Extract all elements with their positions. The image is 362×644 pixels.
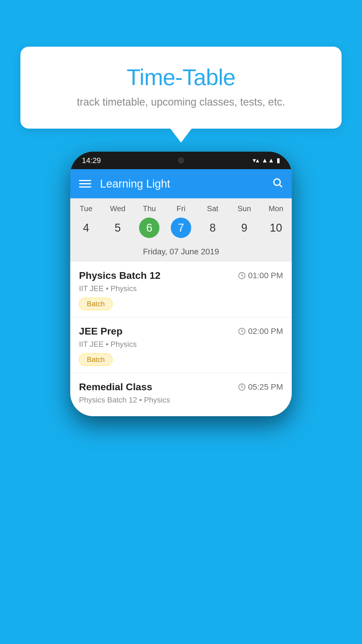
class-name-2: JEE Prep <box>79 326 122 337</box>
phone-mockup: 14:29 ▾▴ ▲▲ ▮ Learning Light <box>70 152 292 416</box>
class-name-3: Remedial Class <box>79 381 152 393</box>
class-time-3: 05:25 PM <box>238 382 283 392</box>
class-meta-1: IIT JEE • Physics <box>79 284 283 293</box>
day-sat: Sat <box>197 204 229 213</box>
date-9[interactable]: 9 <box>229 216 260 239</box>
tooltip-subtitle: track timetable, upcoming classes, tests… <box>35 96 327 108</box>
phone-screen: Learning Light Tue Wed Thu Fri Sat Sun <box>70 169 292 416</box>
notch <box>161 152 201 169</box>
app-title: Learning Light <box>100 178 266 190</box>
class-item-1-header: Physics Batch 12 01:00 PM <box>79 270 283 281</box>
wifi-icon: ▾▴ <box>253 157 259 164</box>
class-time-2: 02:00 PM <box>238 327 283 336</box>
class-meta-2: IIT JEE • Physics <box>79 340 283 349</box>
hamburger-line-2 <box>79 183 91 184</box>
day-thu: Thu <box>133 204 165 213</box>
class-item-3-header: Remedial Class 05:25 PM <box>79 381 283 393</box>
phone-frame: 14:29 ▾▴ ▲▲ ▮ Learning Light <box>70 152 292 416</box>
hamburger-icon[interactable] <box>79 180 91 188</box>
date-7[interactable]: 7 <box>165 216 197 239</box>
day-mon: Mon <box>260 204 292 213</box>
calendar-strip: Tue Wed Thu Fri Sat Sun Mon 4 5 6 7 <box>70 198 292 262</box>
clock-icon-2 <box>238 328 246 335</box>
dates-row: 4 5 6 7 8 9 10 <box>70 216 292 244</box>
class-item-2-header: JEE Prep 02:00 PM <box>79 326 283 337</box>
svg-line-1 <box>280 185 282 187</box>
status-bar: 14:29 ▾▴ ▲▲ ▮ <box>70 152 292 169</box>
clock-icon-3 <box>238 383 246 391</box>
date-5[interactable]: 5 <box>102 216 134 239</box>
class-item-3[interactable]: Remedial Class 05:25 PM Physics Batch 12… <box>70 373 292 416</box>
app-bar: Learning Light <box>70 169 292 198</box>
class-name-1: Physics Batch 12 <box>79 270 161 281</box>
clock-icon-1 <box>238 272 246 279</box>
day-sun: Sun <box>229 204 260 213</box>
day-fri: Fri <box>165 204 197 213</box>
days-row: Tue Wed Thu Fri Sat Sun Mon <box>70 204 292 216</box>
class-meta-3: Physics Batch 12 • Physics <box>79 396 283 405</box>
date-10[interactable]: 10 <box>260 216 292 239</box>
tooltip-card: Time-Table track timetable, upcoming cla… <box>20 47 342 129</box>
batch-badge-1: Batch <box>79 298 113 310</box>
date-8[interactable]: 8 <box>197 216 229 239</box>
day-tue: Tue <box>70 204 102 213</box>
status-icons: ▾▴ ▲▲ ▮ <box>253 157 280 164</box>
status-time: 14:29 <box>82 156 101 165</box>
selected-date-label: Friday, 07 June 2019 <box>70 244 292 262</box>
tooltip-title: Time-Table <box>35 64 327 91</box>
batch-badge-2: Batch <box>79 354 113 366</box>
class-item-1[interactable]: Physics Batch 12 01:00 PM IIT JEE • Phys… <box>70 262 292 317</box>
signal-icon: ▲▲ <box>261 157 274 164</box>
date-6[interactable]: 6 <box>133 216 165 239</box>
battery-icon: ▮ <box>277 157 280 164</box>
hamburger-line-1 <box>79 180 91 181</box>
search-icon[interactable] <box>272 177 283 191</box>
class-time-1: 01:00 PM <box>238 271 283 280</box>
date-4[interactable]: 4 <box>70 216 102 239</box>
class-list: Physics Batch 12 01:00 PM IIT JEE • Phys… <box>70 262 292 416</box>
camera-dot <box>178 158 184 163</box>
class-item-2[interactable]: JEE Prep 02:00 PM IIT JEE • Physics Batc… <box>70 317 292 373</box>
hamburger-line-3 <box>79 186 91 188</box>
day-wed: Wed <box>102 204 134 213</box>
